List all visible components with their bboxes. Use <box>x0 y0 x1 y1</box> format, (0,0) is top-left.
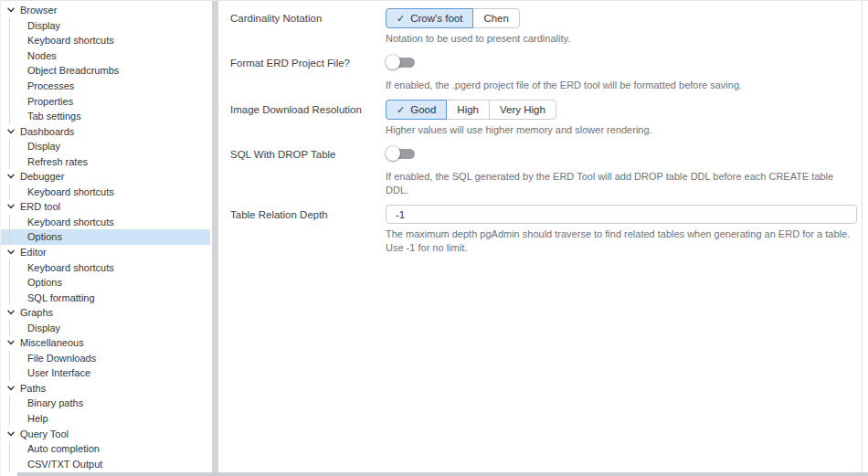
tree-item-label: Dashboards <box>19 126 74 137</box>
table-relation-depth-help-text: The maximum depth pgAdmin should travers… <box>386 227 857 255</box>
table-relation-depth-label: Table Relation Depth <box>230 205 386 255</box>
format-erd-toggle[interactable] <box>386 55 416 69</box>
tree-item-file-downloads[interactable]: File Downloads <box>1 351 210 366</box>
table-relation-depth-input[interactable] <box>386 205 857 224</box>
image-resolution-label: Image Download Resolution <box>230 100 386 137</box>
tree-item-label: Browser <box>19 5 57 16</box>
cardinality-button-group: ✓ Crow's foot ✓ Chen <box>386 8 520 28</box>
tree-item-label: Properties <box>10 96 73 107</box>
chevron-down-icon[interactable] <box>6 5 19 15</box>
sql-drop-toggle[interactable] <box>386 146 416 161</box>
tree-item-label: Object Breadcrumbs <box>10 65 119 76</box>
tree-item-label: Keyboard shortcuts <box>10 262 114 273</box>
toggle-knob <box>386 55 400 69</box>
cardinality-notation-row: Cardinality Notation ✓ Crow's foot ✓ Che… <box>230 8 857 46</box>
tree-item-object-breadcrumbs[interactable]: Object Breadcrumbs <box>1 63 210 79</box>
tree-item-label: Display <box>10 323 60 333</box>
tree-item-label: Paths <box>19 383 46 394</box>
tree-item-browser[interactable]: Browser <box>1 3 210 18</box>
cardinality-option-chen[interactable]: ✓ Chen <box>472 8 520 28</box>
format-erd-help-text: If enabled, the .pgerd project file of t… <box>386 79 857 92</box>
tree-item-label: Display <box>10 141 60 152</box>
cardinality-option-crows-foot[interactable]: ✓ Crow's foot <box>386 8 473 28</box>
tree-item-keyboard-shortcuts[interactable]: Keyboard shortcuts <box>1 259 210 275</box>
tree-item-sql-formatting[interactable]: SQL formatting <box>1 290 210 305</box>
tree-item-label: Nodes <box>10 50 57 61</box>
sql-drop-label: SQL With DROP Table <box>230 144 386 197</box>
toggle-knob <box>386 146 400 161</box>
tree-item-help[interactable]: Help <box>1 411 210 427</box>
tree-item-label: Options <box>10 277 62 288</box>
chevron-down-icon[interactable] <box>6 127 19 136</box>
chevron-down-icon[interactable] <box>6 172 19 181</box>
tree-item-label: Binary paths <box>10 397 83 408</box>
tree-item-label: SQL formatting <box>10 292 95 303</box>
tree-item-query-tool[interactable]: Query Tool <box>1 426 210 441</box>
tree-item-csv-txt-output[interactable]: CSV/TXT Output <box>1 456 210 471</box>
table-relation-depth-row: Table Relation Depth The maximum depth p… <box>230 205 857 255</box>
tree-item-erd-tool[interactable]: ERD tool <box>1 199 210 215</box>
tree-item-tab-settings[interactable]: Tab settings <box>1 109 210 124</box>
tree-item-debugger[interactable]: Debugger <box>1 169 210 185</box>
chevron-down-icon[interactable] <box>6 338 19 347</box>
tree-item-keyboard-shortcuts[interactable]: Keyboard shortcuts <box>1 185 210 200</box>
tree-item-paths[interactable]: Paths <box>1 381 210 397</box>
tree-item-graphs[interactable]: Graphs <box>1 305 210 321</box>
format-erd-label: Format ERD Project File? <box>230 53 386 92</box>
tree-item-label: User Interface <box>10 367 90 378</box>
image-resolution-option-very-high[interactable]: ✓ Very High <box>489 100 556 120</box>
chevron-down-icon[interactable] <box>6 384 19 393</box>
tree-item-label: ERD tool <box>19 201 60 212</box>
button-label: Good <box>410 104 436 115</box>
tree-item-label: Auto completion <box>10 443 100 454</box>
tree-item-nodes[interactable]: Nodes <box>1 48 210 64</box>
image-resolution-row: Image Download Resolution ✓ Good ✓ High … <box>230 100 857 137</box>
button-label: Chen <box>483 13 509 24</box>
tree-item-display[interactable]: Display <box>1 18 210 34</box>
chevron-down-icon[interactable] <box>6 308 19 317</box>
tree-item-processes[interactable]: Processes <box>1 79 210 94</box>
chevron-down-icon[interactable] <box>6 202 19 211</box>
tree-item-label: Graphs <box>19 307 53 318</box>
tree-item-label: Options <box>10 231 62 242</box>
tree-item-user-interface[interactable]: User Interface <box>1 365 210 381</box>
tree-item-options[interactable]: Options <box>1 229 210 245</box>
image-resolution-option-high[interactable]: ✓ High <box>446 100 490 120</box>
tree-item-binary-paths[interactable]: Binary paths <box>1 396 210 411</box>
tree-item-properties[interactable]: Properties <box>1 93 210 109</box>
tree-items: BrowserDisplayKeyboard shortcutsNodesObj… <box>1 3 210 471</box>
tree-item-editor[interactable]: Editor <box>1 245 210 260</box>
tree-item-options[interactable]: Options <box>1 275 210 291</box>
tree-item-dashboards[interactable]: Dashboards <box>1 123 210 139</box>
tree-item-label: Tab settings <box>10 111 81 122</box>
preferences-dialog: BrowserDisplayKeyboard shortcutsNodesObj… <box>0 0 868 476</box>
sql-drop-help-text: If enabled, the SQL generated by the ERD… <box>386 170 857 197</box>
tree-item-label: Refresh rates <box>10 156 88 167</box>
tree-item-label: Debugger <box>19 171 64 182</box>
tree-item-auto-completion[interactable]: Auto completion <box>1 441 210 457</box>
check-icon: ✓ <box>397 13 405 25</box>
preferences-tree: BrowserDisplayKeyboard shortcutsNodesObj… <box>1 1 210 476</box>
splitter-handle[interactable] <box>210 1 219 476</box>
window-bottom-edge <box>17 472 868 476</box>
cardinality-notation-label: Cardinality Notation <box>230 8 386 46</box>
chevron-down-icon[interactable] <box>6 429 19 439</box>
button-label: Crow's foot <box>410 13 462 24</box>
tree-item-miscellaneous[interactable]: Miscellaneous <box>1 335 210 351</box>
tree-item-label: Display <box>10 20 60 31</box>
check-icon: ✓ <box>397 104 405 116</box>
tree-item-keyboard-shortcuts[interactable]: Keyboard shortcuts <box>1 215 210 230</box>
chevron-down-icon[interactable] <box>6 248 19 257</box>
right-gutter <box>863 1 868 476</box>
tree-item-display[interactable]: Display <box>1 139 210 154</box>
tree-item-label: Miscellaneous <box>19 337 84 348</box>
tree-item-keyboard-shortcuts[interactable]: Keyboard shortcuts <box>1 33 210 48</box>
tree-item-label: Keyboard shortcuts <box>10 217 114 227</box>
tree-item-label: Processes <box>10 80 74 91</box>
format-erd-row: Format ERD Project File? If enabled, the… <box>230 53 857 92</box>
tree-item-display[interactable]: Display <box>1 320 210 335</box>
tree-item-refresh-rates[interactable]: Refresh rates <box>1 153 210 169</box>
tree-item-label: Keyboard shortcuts <box>10 35 114 46</box>
image-resolution-option-good[interactable]: ✓ Good <box>386 100 447 120</box>
cardinality-help-text: Notation to be used to present cardinali… <box>386 32 857 46</box>
